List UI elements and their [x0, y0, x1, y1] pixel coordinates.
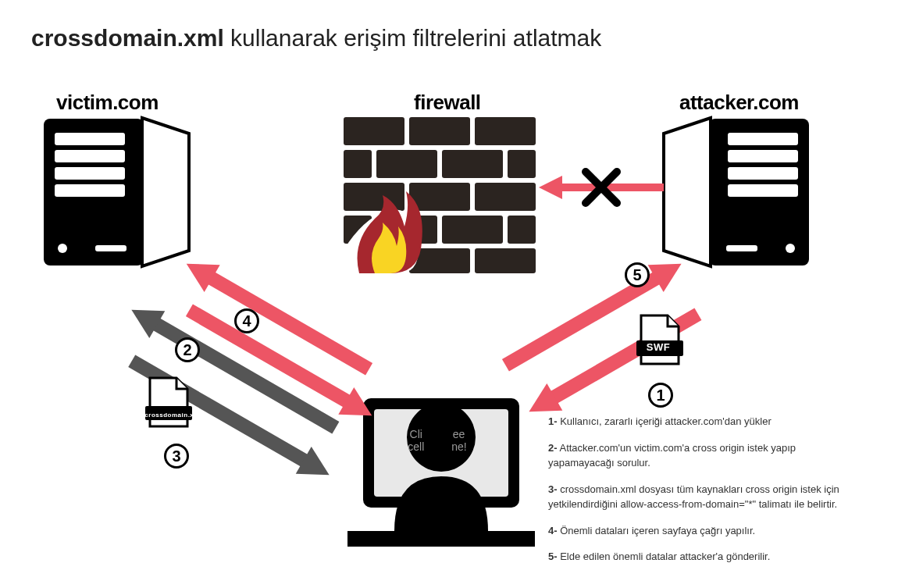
step-badge-1: 1: [648, 383, 673, 408]
svg-rect-36: [347, 531, 535, 547]
svg-point-6: [58, 244, 67, 253]
screen-text: Cli ee cell ne!: [383, 428, 492, 453]
svg-point-14: [786, 244, 795, 253]
label-attacker: attacker.com: [679, 91, 799, 115]
step-4: 4- Önemli dataları içeren sayfaya çağrı …: [548, 523, 861, 539]
label-firewall: firewall: [414, 91, 481, 115]
crossdomain-file-label: crossdomain.xml: [142, 412, 205, 419]
swf-file-icon: SWF: [636, 312, 682, 365]
step-badge-3: 3: [164, 444, 189, 469]
svg-rect-25: [475, 183, 536, 211]
arrow-step3-from-victim: [102, 324, 367, 480]
svg-rect-18: [475, 117, 536, 145]
step-badge-5: 5: [625, 262, 650, 287]
page-title: crossdomain.xml kullanarak erişim filtre…: [31, 25, 601, 52]
step-2: 2- Attacker.com'un victim.com'a cross or…: [548, 440, 861, 471]
svg-rect-2: [55, 133, 125, 145]
svg-rect-29: [508, 216, 536, 244]
svg-rect-17: [409, 117, 470, 145]
server-attacker: [656, 114, 812, 270]
arrow-step1-from-attacker: [500, 277, 718, 418]
svg-rect-12: [728, 167, 798, 180]
title-bold: crossdomain.xml: [31, 25, 224, 51]
svg-rect-21: [442, 150, 503, 178]
svg-marker-0: [142, 118, 189, 266]
svg-rect-13: [728, 184, 798, 197]
step-badge-4: 4: [234, 308, 259, 333]
server-victim: [41, 114, 197, 270]
svg-rect-7: [95, 245, 127, 251]
svg-rect-19: [344, 150, 372, 178]
label-victim: victim.com: [56, 91, 159, 115]
svg-rect-22: [508, 150, 536, 178]
crossdomain-file-icon: crossdomain.xml: [145, 375, 208, 437]
svg-rect-24: [409, 183, 470, 211]
step-5: 5- Elde edilen önemli datalar attacker'a…: [548, 549, 861, 565]
svg-rect-15: [726, 245, 757, 251]
step-3: 3- crossdomain.xml dosyası tüm kaynaklar…: [548, 482, 861, 512]
svg-marker-39: [539, 176, 562, 199]
svg-rect-11: [728, 150, 798, 162]
steps-list: 1- Kullanıcı, zararlı içeriği attacker.c…: [548, 414, 861, 576]
svg-rect-4: [55, 167, 125, 180]
svg-rect-5: [55, 184, 125, 197]
svg-rect-20: [376, 150, 437, 178]
swf-file-label: SWF: [636, 341, 680, 353]
firewall-icon: [344, 117, 539, 273]
svg-rect-10: [728, 133, 798, 145]
svg-rect-28: [442, 216, 503, 244]
x-blocked-icon: [579, 166, 623, 209]
svg-rect-3: [55, 150, 125, 162]
step-1: 1- Kullanıcı, zararlı içeriği attacker.c…: [548, 414, 861, 429]
svg-rect-16: [344, 117, 404, 145]
step-badge-2: 2: [175, 337, 200, 362]
title-rest: kullanarak erişim filtrelerini atlatmak: [224, 25, 602, 51]
